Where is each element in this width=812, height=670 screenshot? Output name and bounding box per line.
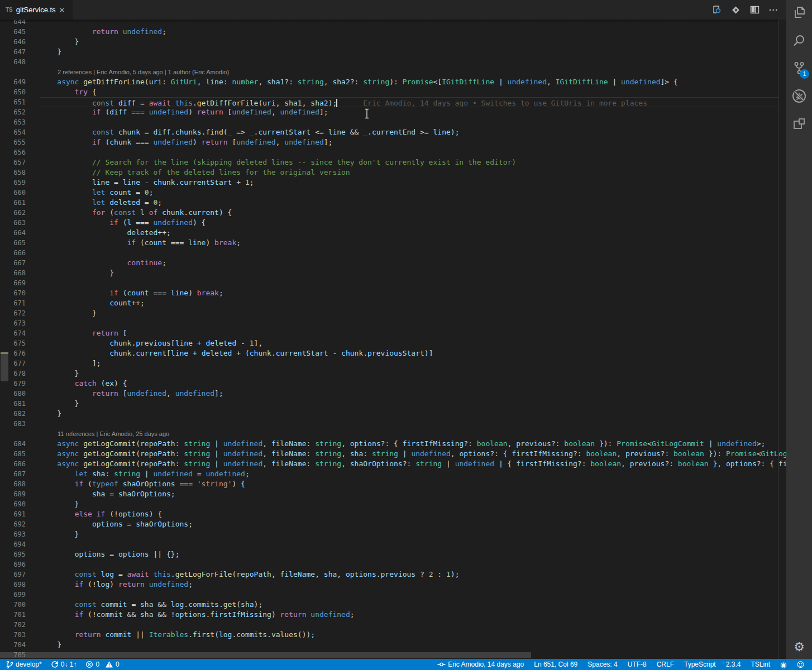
sync-status[interactable]: 0↓ 1↑	[51, 661, 77, 668]
code-text[interactable]: if (count === line) break;	[40, 238, 241, 248]
code-line[interactable]: 648	[0, 57, 786, 67]
line-number[interactable]: 682	[0, 409, 26, 419]
code-line[interactable]: 680 return [undefined, undefined];	[0, 389, 786, 399]
encoding-status[interactable]: UTF-8	[628, 661, 647, 668]
line-number[interactable]: 645	[0, 27, 26, 37]
git-branch-status[interactable]: develop*	[6, 661, 42, 669]
line-number[interactable]: 656	[0, 147, 26, 157]
line-number[interactable]: 646	[0, 37, 26, 47]
code-text[interactable]: let count = 0;	[40, 188, 154, 198]
code-text[interactable]: }	[40, 640, 61, 650]
code-text[interactable]: for (const l of chunk.current) {	[40, 208, 232, 218]
split-editor-icon[interactable]	[750, 5, 760, 15]
code-line[interactable]: 691 else if (!options) {	[0, 509, 786, 519]
line-number[interactable]: 666	[0, 248, 26, 258]
line-number[interactable]: 703	[0, 630, 26, 640]
line-number[interactable]: 668	[0, 268, 26, 278]
explorer-icon[interactable]	[786, 2, 812, 24]
line-number[interactable]: 659	[0, 178, 26, 188]
code-text[interactable]: count++;	[40, 298, 145, 308]
cursor-position-status[interactable]: Ln 651, Col 69	[534, 661, 577, 668]
line-number[interactable]: 691	[0, 509, 26, 519]
source-control-icon[interactable]: 1	[786, 57, 812, 79]
code-text[interactable]: if (diff === undefined) return [undefine…	[40, 107, 328, 117]
code-line[interactable]: 659 line = line - chunk.currentStart + 1…	[0, 178, 786, 188]
line-number[interactable]: 661	[0, 198, 26, 208]
line-number[interactable]: 695	[0, 549, 26, 559]
code-line[interactable]: 675 chunk.previous[line + deleted - 1],	[0, 338, 786, 348]
code-text[interactable]: line = line - chunk.currentStart + 1;	[40, 178, 254, 188]
line-number[interactable]: 699	[0, 590, 26, 600]
code-line[interactable]: 651 const diff = await this.getDiffForFi…	[0, 97, 786, 107]
line-number[interactable]: 702	[0, 620, 26, 630]
eol-status[interactable]: CRLF	[657, 661, 674, 668]
code-line[interactable]: 689 sha = shaOrOptions;	[0, 489, 786, 499]
code-line[interactable]: 676 chunk.current[line + deleted + (chun…	[0, 348, 786, 358]
line-number[interactable]: 648	[0, 57, 26, 67]
line-number[interactable]: 669	[0, 278, 26, 288]
code-line[interactable]: 654 const chunk = diff.chunks.find(_ => …	[0, 127, 786, 137]
line-number[interactable]: 664	[0, 228, 26, 238]
search-in-file-icon[interactable]	[712, 5, 722, 15]
code-text[interactable]: return undefined;	[40, 27, 166, 37]
code-line[interactable]: 669	[0, 278, 786, 288]
code-text[interactable]: }	[40, 37, 79, 47]
code-text[interactable]: const commit = sha && log.commits.get(sh…	[40, 600, 262, 610]
code-text[interactable]: if (typeof shaOrOptions === 'string') {	[40, 479, 245, 489]
extensions-icon[interactable]	[786, 113, 812, 135]
code-line[interactable]: 663 if (l === undefined) {	[0, 218, 786, 228]
code-line[interactable]: 699	[0, 590, 786, 600]
code-line[interactable]: 667 continue;	[0, 258, 786, 268]
code-line[interactable]: 650 try {	[0, 87, 786, 97]
line-number[interactable]: 663	[0, 218, 26, 228]
line-number[interactable]: 684	[0, 439, 26, 449]
code-text[interactable]: if (chunk === undefined) return [undefin…	[40, 137, 332, 147]
code-text[interactable]: if (!commit && sha && !options.firstIfMi…	[40, 610, 355, 620]
code-line[interactable]: 674 return [	[0, 328, 786, 338]
line-number[interactable]: 681	[0, 399, 26, 409]
line-number[interactable]: 653	[0, 117, 26, 127]
code-text[interactable]: options = shaOrOptions;	[40, 519, 193, 529]
line-number[interactable]: 655	[0, 137, 26, 147]
code-line[interactable]: 698 if (!log) return undefined;	[0, 580, 786, 590]
line-number[interactable]: 683	[0, 419, 26, 429]
code-text[interactable]: if (!log) return undefined;	[40, 580, 193, 590]
code-line[interactable]: 682 }	[0, 409, 786, 419]
code-editor[interactable]: 644645 return undefined;646 }647 }6482 r…	[0, 20, 786, 659]
code-text[interactable]: if (count === line) break;	[40, 288, 223, 298]
line-number[interactable]: 687	[0, 469, 26, 479]
code-line[interactable]: 649 async getDiffForLine(uri: GitUri, li…	[0, 77, 786, 87]
settings-gear-icon[interactable]: ⚙	[786, 635, 812, 658]
code-text[interactable]: const log = await this.getLogForFile(rep…	[40, 570, 459, 580]
tslint-status[interactable]: TSLint	[751, 661, 770, 668]
debug-disabled-icon[interactable]	[786, 85, 812, 107]
code-text[interactable]: }	[40, 308, 97, 318]
code-text[interactable]: async getLogCommit(repoPath: string | un…	[40, 459, 786, 469]
code-line[interactable]: 696	[0, 559, 786, 570]
code-line[interactable]: 647 }	[0, 47, 786, 57]
line-number[interactable]: 667	[0, 258, 26, 268]
code-line[interactable]: 701 if (!commit && sha && !options.first…	[0, 610, 786, 620]
problems-status[interactable]: 0 0	[85, 661, 119, 668]
code-line[interactable]: 666	[0, 248, 786, 258]
code-text[interactable]: options = options || {};	[40, 549, 180, 559]
more-actions-icon[interactable]: ···	[769, 5, 778, 15]
code-text[interactable]: catch (ex) {	[40, 379, 127, 389]
code-text[interactable]: }	[40, 499, 79, 509]
code-text[interactable]: try {	[40, 87, 97, 97]
line-number[interactable]: 660	[0, 188, 26, 198]
code-line[interactable]: 704 }	[0, 640, 786, 650]
line-number[interactable]: 672	[0, 308, 26, 318]
code-line[interactable]: 692 options = shaOrOptions;	[0, 519, 786, 529]
code-text[interactable]: async getLogCommit(repoPath: string | un…	[40, 439, 765, 449]
code-text[interactable]: // Keep track of the deleted lines for t…	[40, 168, 350, 178]
line-number[interactable]: 673	[0, 318, 26, 328]
code-text[interactable]: let deleted = 0;	[40, 198, 162, 208]
code-line[interactable]: 677 ];	[0, 358, 786, 368]
code-text[interactable]: async getLogCommit(repoPath: string | un…	[40, 449, 786, 459]
code-line[interactable]: 671 count++;	[0, 298, 786, 308]
gitlens-icon[interactable]	[731, 5, 741, 15]
line-number[interactable]: 696	[0, 559, 26, 570]
code-text[interactable]: return commit || Iterables.first(log.com…	[40, 630, 315, 640]
search-icon[interactable]	[786, 30, 812, 52]
